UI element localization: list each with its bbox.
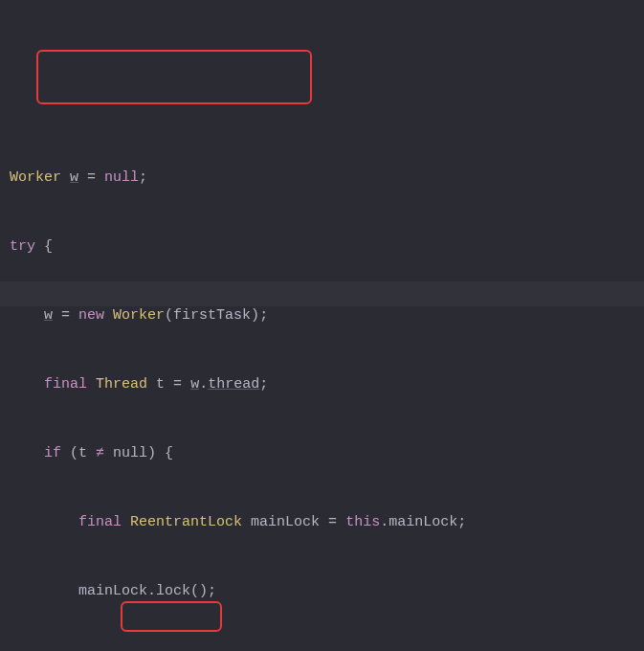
code-line: mainLock.lock(); bbox=[10, 580, 644, 603]
text-token: (firstTask); bbox=[165, 307, 268, 324]
op-token: ≠ bbox=[96, 445, 104, 461]
kw-token: null bbox=[104, 169, 139, 186]
code-line: Worker w = null; bbox=[10, 167, 644, 190]
var-token: w bbox=[190, 376, 199, 393]
field-token: thread bbox=[208, 376, 259, 393]
kw-token: this bbox=[345, 514, 380, 530]
punct-token: . bbox=[199, 376, 208, 393]
type-token: ReentrantLock bbox=[130, 514, 242, 530]
op-token: = bbox=[87, 169, 96, 186]
type-token: Worker bbox=[113, 307, 165, 324]
punct-token: ; bbox=[139, 169, 147, 186]
var-token: mainLock bbox=[251, 514, 320, 530]
code-line: if (t ≠ null) { bbox=[10, 442, 644, 465]
code-line: w = new Worker(firstTask); bbox=[10, 304, 644, 327]
text-token: (t bbox=[70, 445, 96, 461]
op-token: = bbox=[173, 376, 182, 393]
var-token: w bbox=[44, 307, 53, 324]
kw-token: final bbox=[78, 514, 122, 530]
punct-token: { bbox=[44, 238, 53, 255]
kw-token: new bbox=[78, 307, 104, 324]
text-token: mainLock.lock(); bbox=[78, 583, 216, 599]
kw-token: final bbox=[44, 376, 87, 393]
var-token: w bbox=[70, 169, 78, 186]
text-token: .mainLock; bbox=[380, 514, 466, 530]
punct-token: ; bbox=[259, 376, 268, 393]
line-highlight bbox=[0, 281, 644, 306]
op-token: = bbox=[61, 307, 70, 324]
type-token: Worker bbox=[10, 169, 61, 186]
var-token: t bbox=[156, 376, 165, 393]
highlight-box bbox=[121, 601, 222, 632]
type-token: Thread bbox=[96, 376, 147, 393]
code-editor: Worker w = null; try { w = new Worker(fi… bbox=[0, 0, 644, 651]
kw-token: if bbox=[44, 445, 61, 461]
code-line: final Thread t = w.thread; bbox=[10, 373, 644, 396]
code-line: final ReentrantLock mainLock = this.main… bbox=[10, 511, 644, 534]
code-line: try { bbox=[10, 236, 644, 258]
kw-token: try bbox=[10, 238, 35, 255]
op-token: = bbox=[328, 514, 337, 530]
highlight-box bbox=[36, 50, 312, 104]
text-token: null) { bbox=[104, 445, 173, 461]
